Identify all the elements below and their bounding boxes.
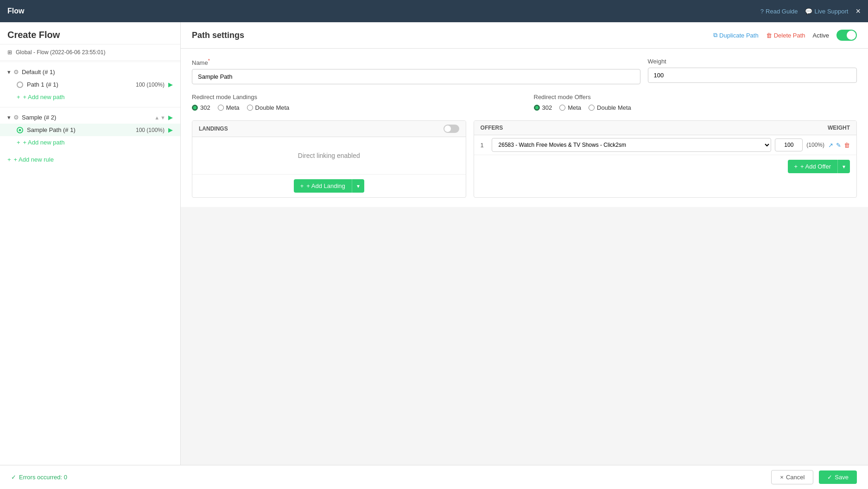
offers-weight-header-label: WEIGHT xyxy=(828,125,850,131)
path-settings-header: Path settings ⧉ Duplicate Path 🗑 Delete … xyxy=(181,22,868,49)
offer-weight-pct-1: (100%) xyxy=(806,142,824,148)
offer-delete-btn[interactable]: 🗑 xyxy=(844,142,850,149)
plus-icon-2: + xyxy=(17,139,20,146)
offers-panel-body: 1 26583 - Watch Free Movies & TV Shows -… xyxy=(474,135,856,155)
check-icon-save: ✓ xyxy=(827,474,832,481)
live-support-link[interactable]: 💬 Live Support xyxy=(805,8,848,15)
direct-linking-msg: Direct linking enabled xyxy=(200,144,458,167)
redirect-offers-meta[interactable]: Meta xyxy=(559,104,581,111)
app-title: Flow xyxy=(7,7,760,15)
plus-icon-landing: + xyxy=(300,182,304,189)
add-offer-btn-group: + + Add Offer ▾ xyxy=(788,160,850,173)
main-layout: Create Flow ⊞ Global - Flow (2022-06-06 … xyxy=(0,22,868,465)
path-item-1[interactable]: Path 1 (# 1) 100 (100%) ▶ xyxy=(0,78,180,91)
offer-weight-input-1[interactable] xyxy=(775,138,803,151)
duplicate-path-btn[interactable]: ⧉ Duplicate Path xyxy=(713,31,759,39)
path-name-sample: Sample Path (# 1) xyxy=(27,126,132,133)
landings-panel: LANDINGS Direct linking enabled + + Add … xyxy=(192,120,466,198)
check-circle-icon: ✓ xyxy=(11,474,16,481)
divider xyxy=(0,62,180,62)
question-icon: ? xyxy=(760,8,764,15)
network-icon: ⊞ xyxy=(7,49,12,56)
add-path-btn-sample[interactable]: + + Add new path xyxy=(0,136,180,149)
offer-edit-btn[interactable]: ✎ xyxy=(836,142,841,149)
chat-icon: 💬 xyxy=(805,8,812,15)
weight-label: Weight xyxy=(648,58,857,65)
landings-panel-header: LANDINGS xyxy=(192,121,466,137)
add-landing-dropdown-btn[interactable]: ▾ xyxy=(352,179,364,193)
name-label: Name* xyxy=(192,58,640,66)
weight-input[interactable] xyxy=(648,68,857,83)
bottom-bar: ✓ Errors occurred: 0 × Cancel ✓ Save xyxy=(0,465,868,489)
delete-path-btn[interactable]: 🗑 Delete Path xyxy=(766,32,805,39)
chevron-down-icon-2: ▾ xyxy=(7,114,11,121)
redirect-landings-doublemeta[interactable]: Double Meta xyxy=(247,104,290,111)
rule-header-sample[interactable]: ▾ ⚙ Sample (# 2) ▲ ▼ ▶ xyxy=(0,111,180,124)
offer-select-1[interactable]: 26583 - Watch Free Movies & TV Shows - C… xyxy=(492,138,772,152)
arrow-up-icon[interactable]: ▲ xyxy=(154,115,159,120)
redirect-landings-302[interactable]: 302 xyxy=(192,104,210,111)
rule-group-default: ▾ ⚙ Default (# 1) Path 1 (# 1) 100 (100%… xyxy=(0,63,180,106)
gear-icon: ⚙ xyxy=(13,69,19,75)
redirect-landings-meta[interactable]: Meta xyxy=(218,104,240,111)
play-icon-sample[interactable]: ▶ xyxy=(168,126,173,133)
landings-panel-body: Direct linking enabled xyxy=(192,137,466,174)
divider-2 xyxy=(0,107,180,107)
sidebar: Create Flow ⊞ Global - Flow (2022-06-06 … xyxy=(0,22,181,465)
path-name-1: Path 1 (# 1) xyxy=(27,81,132,88)
landings-toggle[interactable] xyxy=(444,125,459,133)
add-offer-btn[interactable]: + + Add Offer xyxy=(788,160,837,173)
offers-header-label: OFFERS xyxy=(481,125,823,131)
active-toggle[interactable] xyxy=(836,30,857,41)
global-flow-item[interactable]: ⊞ Global - Flow (2022-06-06 23:55:01) xyxy=(0,44,180,61)
save-button[interactable]: ✓ Save xyxy=(819,470,857,484)
name-weight-row: Name* Weight xyxy=(192,58,857,84)
gear-icon-2: ⚙ xyxy=(13,114,19,121)
path-radio-sample xyxy=(17,127,23,133)
name-input[interactable] xyxy=(192,69,640,84)
weight-group: Weight xyxy=(648,58,857,84)
offers-panel-header: OFFERS WEIGHT xyxy=(474,121,856,135)
path-weight-1: 100 (100%) xyxy=(136,82,165,88)
rule-header-default[interactable]: ▾ ⚙ Default (# 1) xyxy=(0,66,180,78)
play-icon-1[interactable]: ▶ xyxy=(168,81,173,88)
redirect-offers-doublemeta[interactable]: Double Meta xyxy=(589,104,631,111)
read-guide-link[interactable]: ? Read Guide xyxy=(760,8,798,15)
redirect-offers-title: Redirect mode Offers xyxy=(534,94,857,100)
close-icon-cancel: × xyxy=(780,474,784,481)
path-settings-title: Path settings xyxy=(192,31,706,40)
close-button[interactable]: × xyxy=(855,6,861,16)
chevron-down-icon: ▾ xyxy=(7,69,11,75)
path-radio-1 xyxy=(17,82,23,88)
add-landing-btn[interactable]: + + Add Landing xyxy=(294,179,352,193)
add-path-btn-default[interactable]: + + Add new path xyxy=(0,91,180,103)
redirect-section: Redirect mode Landings 302 Meta Doubl xyxy=(192,94,857,111)
nav-actions: ? Read Guide 💬 Live Support × xyxy=(760,6,861,16)
arrow-down-icon[interactable]: ▼ xyxy=(160,115,165,120)
error-message: ✓ Errors occurred: 0 xyxy=(11,474,766,481)
cancel-button[interactable]: × Cancel xyxy=(771,470,813,484)
add-offer-dropdown-btn[interactable]: ▾ xyxy=(837,160,850,173)
offers-panel-footer: + + Add Offer ▾ xyxy=(474,155,856,178)
redirect-landings-radios: 302 Meta Double Meta xyxy=(192,104,515,111)
redirect-landings-title: Redirect mode Landings xyxy=(192,94,515,100)
plus-icon-rule: + xyxy=(7,156,11,163)
active-label: Active xyxy=(813,32,829,39)
panels-row: LANDINGS Direct linking enabled + + Add … xyxy=(192,120,857,198)
play-icon-rule[interactable]: ▶ xyxy=(168,114,173,121)
rule-label-default: Default (# 1) xyxy=(22,69,173,75)
form-area: Name* Weight Redirect mode Landings xyxy=(181,49,868,207)
path-weight-sample: 100 (100%) xyxy=(136,127,165,133)
landings-panel-footer: + + Add Landing ▾ xyxy=(192,174,466,197)
redirect-offers-302[interactable]: 302 xyxy=(534,104,552,111)
add-landing-btn-group: + + Add Landing ▾ xyxy=(294,179,364,193)
offer-external-link-btn[interactable]: ↗ xyxy=(828,142,833,149)
content-area: Path settings ⧉ Duplicate Path 🗑 Delete … xyxy=(181,22,868,465)
move-arrows: ▲ ▼ xyxy=(154,115,165,120)
add-rule-btn[interactable]: + + Add new rule xyxy=(0,151,180,168)
redirect-landings-group: Redirect mode Landings 302 Meta Doubl xyxy=(192,94,515,111)
name-group: Name* xyxy=(192,58,640,84)
rule-label-sample: Sample (# 2) xyxy=(22,114,152,121)
path-item-sample[interactable]: Sample Path (# 1) 100 (100%) ▶ xyxy=(0,124,180,136)
redirect-offers-group: Redirect mode Offers 302 Meta Double xyxy=(534,94,857,111)
